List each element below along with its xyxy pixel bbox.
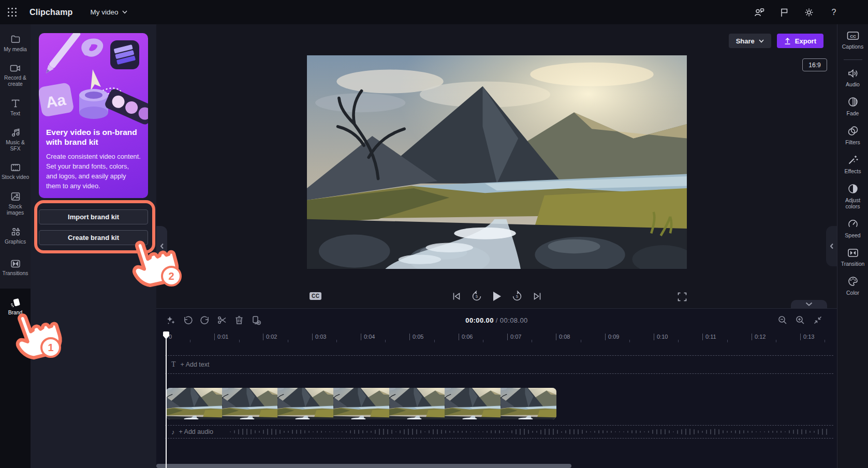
speaker-icon	[847, 68, 859, 79]
video-clip[interactable]	[166, 388, 556, 419]
feedback-icon[interactable]	[754, 7, 764, 18]
sidebar-item-stock-video[interactable]: Stock video	[0, 156, 31, 188]
tool-captions[interactable]: CC Captions	[837, 31, 868, 50]
expand-tools-handle[interactable]	[826, 226, 837, 266]
trash-icon[interactable]	[234, 315, 244, 325]
zoom-tools	[777, 315, 823, 325]
aspect-ratio-badge[interactable]: 16:9	[802, 58, 827, 71]
app-launcher-icon[interactable]	[8, 8, 17, 17]
import-brand-kit-button[interactable]: Import brand kit	[39, 209, 148, 224]
redo-icon[interactable]	[200, 315, 210, 325]
adjust-colors-icon	[847, 183, 859, 194]
ruler-minor-tick	[532, 340, 532, 342]
project-menu-label: My video	[91, 8, 119, 16]
flag-icon[interactable]	[779, 7, 789, 18]
tool-fade[interactable]: Fade	[837, 96, 868, 116]
tool-filters[interactable]: Filters	[837, 125, 868, 145]
ruler-minor-tick	[678, 340, 679, 342]
ruler-minor-tick	[190, 340, 190, 342]
share-button[interactable]: Share	[729, 34, 771, 48]
chevron-down-icon	[759, 39, 764, 43]
sidebar-divider	[844, 59, 862, 60]
tool-adjust-colors[interactable]: Adjust colors	[837, 183, 868, 209]
skip-back-icon[interactable]	[450, 290, 463, 303]
sidebar-item-graphics[interactable]: Graphics	[0, 220, 31, 252]
skip-forward-icon[interactable]	[531, 290, 543, 303]
scissors-icon[interactable]	[217, 315, 227, 325]
captions-toggle-badge[interactable]: CC	[310, 292, 321, 300]
cursor-arrow-shape	[91, 69, 101, 91]
add-audio-track[interactable]: ♪ + Add audio	[165, 425, 833, 439]
annotation-step-2-badge: 2	[161, 266, 182, 286]
playhead[interactable]	[163, 331, 169, 468]
ruler-minor-tick	[483, 340, 483, 342]
timeline-ruler[interactable]: 0 0:01 0:02 0:03 0:04 0:05 0:06 0:07 0:0…	[156, 331, 837, 344]
help-icon[interactable]: ?	[829, 7, 839, 18]
header-actions: ?	[754, 7, 839, 18]
ruler-minor-tick	[629, 340, 630, 342]
ruler-minor-tick	[434, 340, 435, 342]
add-audio-label: + Add audio	[179, 428, 213, 435]
captions-icon: CC	[847, 31, 859, 41]
zoom-fit-icon[interactable]	[813, 315, 823, 325]
timeline-scrollbar[interactable]	[156, 464, 571, 468]
video-canvas[interactable]	[307, 55, 687, 269]
ruler-label: 0:08	[556, 334, 570, 340]
fullscreen-icon[interactable]	[677, 292, 687, 302]
play-icon[interactable]	[491, 290, 503, 303]
transition-icon	[10, 259, 21, 268]
time-display: 00:00.00/00:08.00	[465, 316, 527, 324]
ruler-label: 0:05	[409, 334, 423, 340]
export-button[interactable]: Export	[777, 34, 823, 48]
header: Clipchamp My video ?	[0, 0, 868, 24]
tool-effects[interactable]: Effects	[837, 154, 868, 174]
playhead-line	[166, 339, 167, 468]
left-rail: My media Record & create Text Music & SF…	[0, 24, 31, 468]
sidebar-item-text[interactable]: Text	[0, 92, 31, 124]
create-brand-kit-button[interactable]: Create brand kit	[39, 230, 148, 245]
collapse-preview-handle[interactable]	[791, 300, 827, 308]
promo-heading: Every video is on-brand with brand kit	[39, 125, 148, 147]
duplicate-icon[interactable]	[251, 315, 261, 325]
settings-icon[interactable]	[804, 7, 814, 18]
ruler-minor-tick	[336, 340, 337, 342]
project-menu[interactable]: My video	[91, 8, 127, 16]
timeline: 00:00.00/00:08.00 0 0:01 0:02	[156, 308, 837, 468]
brand-sticker-icon	[10, 297, 21, 308]
camera-icon	[10, 64, 21, 73]
tool-color[interactable]: Color	[837, 276, 868, 296]
ruler-minor-tick	[776, 340, 776, 342]
sidebar-item-my-media[interactable]: My media	[0, 27, 31, 59]
sidebar-item-transitions[interactable]: Transitions	[0, 252, 31, 284]
tool-audio[interactable]: Audio	[837, 68, 868, 87]
palette-icon	[847, 276, 859, 287]
ruler-label: 0:07	[507, 334, 521, 340]
magic-tools-icon[interactable]	[166, 315, 176, 325]
shapes-icon	[10, 227, 21, 237]
ruler-label: 0:02	[263, 334, 277, 340]
sidebar-item-music-sfx[interactable]: Music & SFX	[0, 124, 31, 156]
player-controls-row: CC 5 5	[156, 290, 837, 306]
forward-5-icon[interactable]: 5	[511, 290, 523, 303]
playhead-pin[interactable]	[163, 331, 169, 339]
ruler-minor-tick	[727, 340, 728, 342]
sidebar-item-brand[interactable]: Brand	[0, 291, 31, 323]
chevron-left-icon	[830, 243, 834, 249]
sidebar-item-stock-images[interactable]: Stock images	[0, 188, 31, 220]
zoom-in-icon[interactable]	[795, 315, 805, 325]
sidebar-item-record-create[interactable]: Record & create	[0, 59, 31, 92]
audio-waveform	[230, 426, 829, 438]
music-note-icon	[10, 127, 21, 138]
tool-transition[interactable]: Transition	[837, 248, 868, 267]
add-text-track[interactable]: T + Add text	[165, 355, 833, 374]
ruler-label: 0:12	[752, 334, 766, 340]
rewind-5-icon[interactable]: 5	[470, 290, 483, 303]
tool-speed[interactable]: Speed	[837, 218, 868, 238]
undo-icon[interactable]	[183, 315, 193, 325]
transition-icon	[847, 248, 859, 258]
collapse-panel-handle[interactable]	[156, 226, 167, 266]
ruler-label: 0:04	[361, 334, 375, 340]
ruler-minor-tick	[385, 340, 386, 342]
preview-actions: Share Export	[729, 34, 823, 48]
zoom-out-icon[interactable]	[777, 315, 788, 325]
